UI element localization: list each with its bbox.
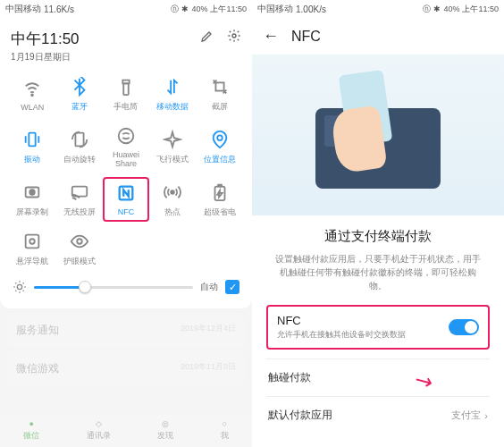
- qs-tile-手电筒[interactable]: 手电筒: [103, 72, 149, 116]
- vibrate-icon: [21, 129, 43, 150]
- right-phone-nfc-settings: 中国移动 1.00K/s ⓝ ✱ 40% 上午11:50 ← NFC 通过支付终…: [252, 0, 504, 447]
- brightness-icon: [13, 280, 27, 294]
- qs-tile-label: 截屏: [212, 101, 228, 113]
- eye-icon: [69, 231, 90, 252]
- qs-tile-label: 无线投屏: [63, 207, 96, 218]
- background-content: 2019年12月4日 服务通知 2019年11月8日 微信游戏: [0, 314, 252, 385]
- qs-tile-移动数据[interactable]: 移动数据: [149, 72, 196, 116]
- default-pay-app-row[interactable]: 默认付款应用 支付宝›: [266, 396, 490, 434]
- page-title: NFC: [291, 29, 321, 45]
- svg-rect-5: [75, 132, 83, 146]
- screenshot-icon: [209, 76, 231, 97]
- qs-tile-label: WLAN: [21, 103, 44, 112]
- qs-tile-label: 振动: [24, 154, 40, 165]
- nfc-page-header: ← NFC: [252, 18, 504, 55]
- qs-tile-label: 手电筒: [113, 101, 138, 113]
- status-bar: 中国移动 1.00K/s ⓝ ✱ 40% 上午11:50: [252, 0, 504, 18]
- brightness-auto-checkbox[interactable]: ✓: [225, 280, 239, 294]
- location-icon: [209, 129, 231, 150]
- quick-settings-panel: 中午11:50 1月19日星期日 WLAN蓝牙手电筒移动数据截屏振动自动旋转Hu…: [0, 18, 252, 308]
- svg-point-0: [232, 34, 236, 38]
- nfc-status-icon: ⓝ: [423, 4, 431, 15]
- nfc-toggle-row[interactable]: NFC 允许手机在接触其他设备时交换数据: [266, 305, 490, 350]
- clock: 上午11:50: [210, 4, 247, 15]
- qs-tile-wlan[interactable]: WLAN: [9, 72, 55, 116]
- data-icon: [162, 76, 183, 97]
- qs-tile-huawei share[interactable]: Huawei Share: [103, 122, 149, 172]
- cast-icon: [69, 181, 90, 203]
- nfc-illustration: [252, 55, 504, 215]
- qs-tile-label: Huawei Share: [103, 150, 149, 168]
- qs-tile-无线投屏[interactable]: 无线投屏: [55, 177, 102, 222]
- net-speed: 1.00K/s: [296, 4, 326, 14]
- svg-rect-2: [123, 83, 129, 95]
- qs-tile-热点[interactable]: 热点: [149, 177, 196, 222]
- bluetooth-status-icon: ✱: [433, 4, 441, 13]
- qs-tile-label: NFC: [118, 207, 135, 216]
- qs-tile-悬浮导航[interactable]: 悬浮导航: [9, 227, 55, 271]
- qs-tile-label: 超级省电: [204, 207, 236, 218]
- svg-point-16: [77, 239, 82, 244]
- qs-tile-label: 悬浮导航: [16, 256, 48, 267]
- tap-pay-row[interactable]: 触碰付款: [266, 358, 490, 396]
- qs-tile-截屏[interactable]: 截屏: [197, 72, 243, 116]
- rotate-icon: [69, 129, 90, 150]
- panel-date: 1月19日星期日: [11, 51, 80, 63]
- battery-label: 40%: [191, 4, 207, 13]
- qs-tile-nfc[interactable]: NFC: [103, 177, 149, 222]
- brightness-auto-label: 自动: [200, 281, 218, 293]
- share-icon: [115, 125, 137, 147]
- panel-time: 中午11:50: [11, 29, 80, 49]
- chevron-right-icon: ›: [484, 410, 488, 421]
- battery-saver-icon: [209, 181, 231, 203]
- qs-tile-label: 屏幕录制: [16, 207, 48, 218]
- quick-settings-grid: WLAN蓝牙手电筒移动数据截屏振动自动旋转Huawei Share飞行模式位置信…: [9, 72, 243, 271]
- carrier-label: 中国移动: [5, 3, 41, 15]
- qs-tile-自动旋转[interactable]: 自动旋转: [55, 122, 102, 172]
- settings-icon[interactable]: [227, 29, 241, 43]
- svg-point-17: [17, 284, 21, 289]
- qs-tile-label: 护眼模式: [63, 256, 96, 267]
- record-icon: [21, 181, 43, 203]
- svg-point-9: [29, 190, 35, 195]
- bluetooth-icon: [69, 76, 90, 97]
- clock: 上午11:50: [462, 4, 499, 15]
- back-icon[interactable]: ←: [263, 27, 279, 46]
- battery-label: 40%: [443, 4, 459, 13]
- nfc-toggle-subtitle: 允许手机在接触其他设备时交换数据: [277, 329, 406, 341]
- edit-icon[interactable]: [200, 29, 214, 43]
- svg-point-15: [29, 239, 35, 244]
- svg-point-1: [31, 94, 33, 96]
- qs-tile-蓝牙[interactable]: 蓝牙: [55, 72, 102, 116]
- net-speed: 11.6K/s: [44, 4, 74, 14]
- qs-tile-label: 飞行模式: [156, 154, 189, 165]
- nfc-icon: [115, 182, 137, 204]
- qs-tile-label: 移动数据: [156, 101, 189, 113]
- svg-rect-4: [29, 132, 36, 146]
- qs-tile-振动[interactable]: 振动: [9, 122, 55, 172]
- bottom-nav: ●微信 ◇通讯录 ◎发现 ○我: [0, 414, 252, 447]
- carrier-label: 中国移动: [257, 3, 293, 15]
- qs-tile-label: 自动旋转: [63, 154, 96, 165]
- wifi-icon: [21, 78, 43, 99]
- left-phone-quicksettings: 中国移动 11.6K/s ⓝ ✱ 40% 上午11:50 中午11:50 1月1…: [0, 0, 252, 447]
- svg-rect-3: [215, 82, 223, 90]
- brightness-slider[interactable]: [34, 286, 193, 289]
- svg-rect-14: [26, 235, 39, 249]
- qs-tile-label: 热点: [164, 207, 181, 218]
- flashlight-icon: [115, 76, 137, 97]
- qs-tile-飞行模式[interactable]: 飞行模式: [149, 122, 196, 172]
- airplane-icon: [162, 129, 183, 150]
- nfc-toggle-switch[interactable]: [449, 319, 479, 335]
- qs-tile-护眼模式[interactable]: 护眼模式: [55, 227, 102, 271]
- nfc-status-icon: ⓝ: [171, 4, 179, 15]
- qs-tile-位置信息[interactable]: 位置信息: [197, 122, 243, 172]
- hotspot-icon: [162, 181, 183, 203]
- svg-point-6: [119, 129, 134, 144]
- svg-point-7: [217, 135, 223, 140]
- nfc-toggle-title: NFC: [277, 314, 406, 327]
- qs-tile-超级省电[interactable]: 超级省电: [197, 177, 243, 222]
- qs-tile-屏幕录制[interactable]: 屏幕录制: [9, 177, 55, 222]
- brightness-row: 自动 ✓: [9, 271, 243, 298]
- nfc-description: 设置触碰付款应用后，只要手机处于开机状态，用手机触碰任何带有触碰付款徽标的终端，…: [266, 252, 490, 292]
